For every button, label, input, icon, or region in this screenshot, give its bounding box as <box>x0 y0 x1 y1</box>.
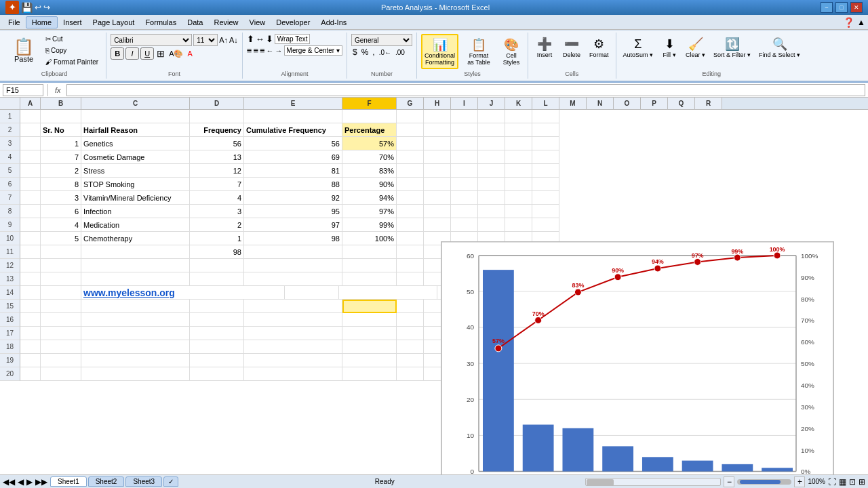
clear-button[interactable]: 🧹 Clear ▾ <box>683 34 708 61</box>
font-family-select[interactable]: Calibri <box>111 34 192 46</box>
cell-f4[interactable]: 70% <box>342 150 397 164</box>
cell-reference-box[interactable]: F15 <box>3 84 43 96</box>
row-num-15[interactable]: 15 <box>0 300 20 313</box>
fill-button[interactable]: ⬇ Fill ▾ <box>658 34 680 61</box>
cell-d17[interactable] <box>190 327 244 340</box>
cell-e18[interactable] <box>244 340 342 354</box>
cell-f17[interactable] <box>342 327 397 340</box>
cell-d4[interactable]: 13 <box>190 150 244 164</box>
cell-l9[interactable] <box>532 218 559 232</box>
cell-a20[interactable] <box>20 367 41 381</box>
cell-c4[interactable]: Cosmetic Damage <box>81 150 190 164</box>
cell-b10[interactable]: 5 <box>41 232 81 245</box>
cell-e17[interactable] <box>244 327 342 340</box>
align-bottom-icon[interactable]: ⬇ <box>266 34 273 44</box>
cell-g20[interactable] <box>397 367 424 381</box>
cell-g15[interactable] <box>397 300 424 313</box>
view-page-break-button[interactable]: ⊞ <box>859 477 865 487</box>
nav-next-sheet[interactable]: ▶ <box>26 477 33 487</box>
cell-i3[interactable] <box>451 137 478 150</box>
cell-k7[interactable] <box>505 191 532 205</box>
cell-e8[interactable]: 95 <box>244 205 342 218</box>
menu-insert[interactable]: Insert <box>58 17 87 28</box>
col-header-i[interactable]: I <box>451 98 478 109</box>
cell-a5[interactable] <box>20 164 41 178</box>
row-num-13[interactable]: 13 <box>0 272 20 286</box>
cell-l4[interactable] <box>532 150 559 164</box>
nav-next-sheet2[interactable]: ▶▶ <box>35 477 47 487</box>
cell-h1[interactable] <box>424 110 451 123</box>
cell-f3[interactable]: 57% <box>342 137 397 150</box>
cell-d15[interactable] <box>190 300 244 313</box>
cell-h3[interactable] <box>424 137 451 150</box>
cell-e3[interactable]: 56 <box>244 137 342 150</box>
cell-d20[interactable] <box>190 367 244 381</box>
cell-j2[interactable] <box>478 123 505 137</box>
cell-a19[interactable] <box>20 354 41 367</box>
cell-g5[interactable] <box>397 164 424 178</box>
cell-a18[interactable] <box>20 340 41 354</box>
cell-b5[interactable]: 2 <box>41 164 81 178</box>
row-num-6[interactable]: 6 <box>0 178 20 191</box>
cell-h7[interactable] <box>424 191 451 205</box>
cell-l2[interactable] <box>532 123 559 137</box>
add-sheet-button[interactable]: ✓ <box>163 476 178 487</box>
cell-e6[interactable]: 88 <box>244 178 342 191</box>
percent-icon[interactable]: % <box>360 47 370 57</box>
cell-b19[interactable] <box>41 354 81 367</box>
cell-b15[interactable] <box>41 300 81 313</box>
autosum-button[interactable]: Σ AutoSum ▾ <box>620 35 656 61</box>
cell-e19[interactable] <box>244 354 342 367</box>
cell-g12[interactable] <box>397 259 424 272</box>
fill-color-button[interactable]: A🎨 <box>167 49 184 58</box>
row-num-11[interactable]: 11 <box>0 245 20 259</box>
minimize-button[interactable]: − <box>821 2 833 13</box>
cell-a4[interactable] <box>20 150 41 164</box>
close-button[interactable]: ✕ <box>850 2 863 13</box>
cell-d18[interactable] <box>190 340 244 354</box>
cell-e16[interactable] <box>244 313 342 327</box>
decrease-indent-icon[interactable]: ← <box>267 47 274 55</box>
menu-addins[interactable]: Add-Ins <box>315 17 352 28</box>
paste-button[interactable]: 📋 Paste <box>7 37 41 64</box>
cell-f20[interactable] <box>342 367 397 381</box>
cell-e1[interactable] <box>244 110 342 123</box>
cell-c9[interactable]: Medication <box>81 218 190 232</box>
sort-filter-button[interactable]: 🔃 Sort & Filter ▾ <box>711 34 753 61</box>
cell-f11[interactable] <box>342 245 397 259</box>
cell-a16[interactable] <box>20 313 41 327</box>
cell-j9[interactable] <box>478 218 505 232</box>
row-num-19[interactable]: 19 <box>0 354 20 367</box>
cell-d8[interactable]: 3 <box>190 205 244 218</box>
cell-l5[interactable] <box>532 164 559 178</box>
align-right-icon[interactable]: ≡ <box>260 45 265 56</box>
row-num-20[interactable]: 20 <box>0 367 20 381</box>
cell-g6[interactable] <box>397 178 424 191</box>
cell-e7[interactable]: 92 <box>244 191 342 205</box>
cell-g2[interactable] <box>397 123 424 137</box>
cell-a7[interactable] <box>20 191 41 205</box>
row-num-1[interactable]: 1 <box>0 110 20 123</box>
align-middle-icon[interactable]: ↔ <box>256 34 264 44</box>
cell-g18[interactable] <box>397 340 424 354</box>
cell-g19[interactable] <box>397 354 424 367</box>
cell-j5[interactable] <box>478 164 505 178</box>
cell-k3[interactable] <box>505 137 532 150</box>
cell-f5[interactable]: 83% <box>342 164 397 178</box>
cell-k9[interactable] <box>505 218 532 232</box>
row-num-10[interactable]: 10 <box>0 232 20 245</box>
col-header-d[interactable]: D <box>190 98 244 109</box>
cell-j4[interactable] <box>478 150 505 164</box>
menu-review[interactable]: Review <box>208 17 243 28</box>
cell-i7[interactable] <box>451 191 478 205</box>
cell-h4[interactable] <box>424 150 451 164</box>
cell-c14[interactable]: www.myelesson.org <box>81 286 285 300</box>
increase-decimal-icon[interactable]: .00 <box>394 49 406 56</box>
menu-page-layout[interactable]: Page Layout <box>87 17 140 28</box>
cell-g10[interactable] <box>397 232 424 245</box>
view-normal-button[interactable]: ▦ <box>839 477 846 487</box>
cell-d5[interactable]: 12 <box>190 164 244 178</box>
col-header-k[interactable]: K <box>505 98 532 109</box>
cell-b14[interactable] <box>41 286 81 300</box>
cell-c1[interactable] <box>81 110 190 123</box>
